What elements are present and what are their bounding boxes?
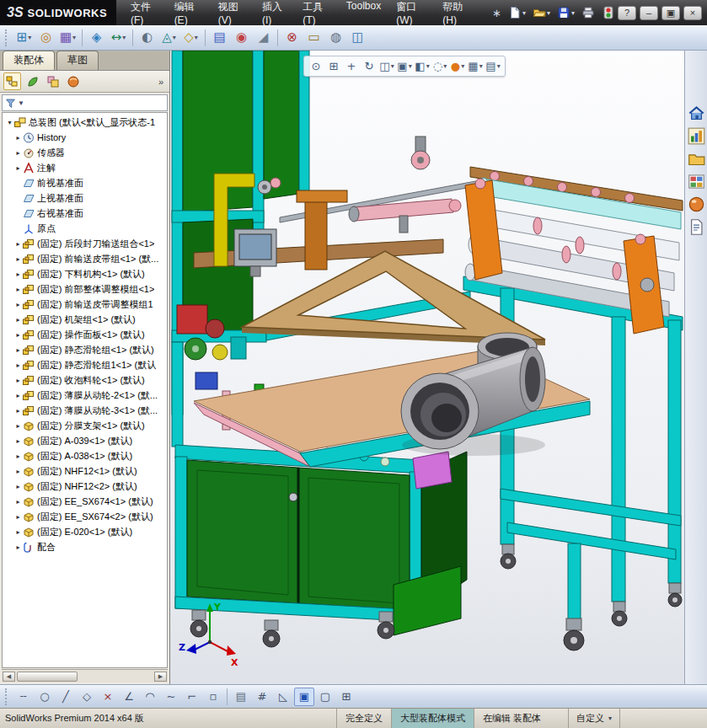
- tree-item-18[interactable]: ▸(固定) 薄膜从动轮-2<1> (默...: [3, 388, 167, 403]
- expand-icon[interactable]: ▸: [13, 301, 23, 308]
- panel-more-button[interactable]: »: [156, 77, 166, 87]
- tree-item-2[interactable]: ▸传感器: [3, 145, 167, 160]
- expand-icon[interactable]: ▸: [13, 316, 23, 324]
- save-document-button[interactable]: ▾: [554, 4, 577, 21]
- tree-item-5[interactable]: 上视基准面: [3, 190, 167, 206]
- expand-icon[interactable]: ▸: [13, 286, 23, 293]
- tree-item-3[interactable]: ▸注解: [3, 160, 167, 175]
- toolbar-grip[interactable]: [5, 688, 8, 705]
- centerline-button[interactable]: ╌: [13, 688, 34, 706]
- mass-properties-button[interactable]: ◍: [325, 28, 346, 48]
- expand-icon[interactable]: ▸: [13, 407, 23, 415]
- expand-icon[interactable]: ▸: [13, 240, 23, 248]
- expand-icon[interactable]: ▸: [13, 392, 23, 399]
- collapse-icon[interactable]: ▾: [5, 119, 14, 126]
- tree-item-23[interactable]: ▸(固定) NHF12<1> (默认): [3, 463, 167, 479]
- zoom-fit-button[interactable]: ⊙: [308, 57, 324, 75]
- tree-item-12[interactable]: ▸(固定) 前输送皮带调整模组1: [3, 297, 167, 312]
- print-document-button[interactable]: [579, 4, 597, 21]
- expand-icon[interactable]: ▸: [13, 149, 23, 157]
- expand-icon[interactable]: ▸: [13, 528, 23, 536]
- close-button[interactable]: ×: [683, 6, 702, 20]
- apply-scene-button[interactable]: ▦▾: [467, 57, 484, 75]
- tree-item-8[interactable]: ▸(固定) 后段封刀输送组合<1>: [3, 236, 167, 251]
- expand-icon[interactable]: ▸: [13, 422, 23, 430]
- bill-of-materials-button[interactable]: ▤: [209, 28, 230, 48]
- sketch-fillet-button[interactable]: ∠: [119, 688, 139, 706]
- search-button[interactable]: ∗: [490, 6, 504, 20]
- tree-item-26[interactable]: ▸(固定) EE_SX674<2> (默认): [3, 509, 167, 524]
- hide-show-items-button[interactable]: ◌▾: [431, 57, 448, 75]
- section-view-button[interactable]: ◫▾: [378, 57, 395, 75]
- erase-button[interactable]: ▤: [231, 688, 251, 706]
- custom-properties-tab[interactable]: [688, 218, 705, 236]
- scroll-left-button[interactable]: ◀: [3, 672, 15, 682]
- grid-snap-button[interactable]: #: [252, 688, 272, 706]
- expand-icon[interactable]: ▸: [13, 331, 23, 339]
- propertymanager-tab[interactable]: [24, 72, 41, 90]
- design-library-tab[interactable]: [688, 127, 705, 145]
- scrollbar-thumb[interactable]: [17, 672, 78, 682]
- tree-item-11[interactable]: ▸(固定) 前部整体调整模组<1>: [3, 281, 167, 297]
- circle-button[interactable]: ○: [35, 688, 55, 706]
- reference-geometry-button[interactable]: ◇▾: [180, 28, 201, 48]
- spline-button[interactable]: ~: [161, 688, 181, 706]
- tree-item-16[interactable]: ▸(固定) 静态滑轮组1<1> (默认: [3, 357, 167, 372]
- tree-item-13[interactable]: ▸(固定) 机架组<1> (默认): [3, 312, 167, 327]
- assembly-features-button[interactable]: ◬▾: [158, 28, 179, 48]
- plane-display-button[interactable]: ▢: [315, 688, 335, 706]
- view-settings-button[interactable]: ▤▾: [485, 57, 501, 75]
- tree-item-24[interactable]: ▸(固定) NHF12<2> (默认): [3, 479, 167, 494]
- tree-item-28[interactable]: ▸配合: [3, 539, 167, 554]
- tree-item-22[interactable]: ▸(固定) A-038<1> (默认): [3, 448, 167, 463]
- point-button[interactable]: ▫: [203, 688, 223, 706]
- displaymanager-tab[interactable]: [64, 72, 82, 90]
- arc-button[interactable]: ◠: [140, 688, 160, 706]
- view-orientation-button[interactable]: ▣▾: [396, 57, 413, 75]
- tree-item-27[interactable]: ▸(固定) E-020<1> (默认): [3, 524, 167, 539]
- view-palette-tab[interactable]: [688, 173, 705, 190]
- tree-hscrollbar[interactable]: ◀ ▶: [2, 669, 168, 682]
- tree-item-20[interactable]: ▸(固定) 分膜支架<1> (默认): [3, 418, 167, 433]
- expand-icon[interactable]: ▸: [13, 543, 23, 551]
- new-document-button[interactable]: ▾: [506, 4, 528, 21]
- pan-button[interactable]: +: [343, 57, 360, 75]
- tree-item-root[interactable]: ▾总装图 (默认<默认_显示状态-1: [3, 115, 167, 130]
- linear-component-pattern-button[interactable]: ▦▾: [57, 28, 78, 48]
- smart-fasteners-button[interactable]: ◈: [86, 28, 107, 48]
- mate-button[interactable]: ◎: [35, 28, 56, 48]
- expand-icon[interactable]: ▸: [13, 346, 23, 354]
- appearances-scenes-tab[interactable]: [688, 195, 705, 213]
- trim-entities-button[interactable]: ×: [98, 688, 118, 706]
- tree-item-10[interactable]: ▸(固定) 下料机构<1> (默认): [3, 266, 167, 281]
- expand-icon[interactable]: ▸: [13, 513, 23, 521]
- measure-button[interactable]: ▭: [303, 28, 324, 48]
- help-button[interactable]: ?: [618, 6, 636, 20]
- corner-rectangle-button[interactable]: ⌐: [182, 688, 202, 706]
- display-style-button[interactable]: ◧▾: [414, 57, 431, 75]
- scroll-right-button[interactable]: ▶: [154, 672, 167, 682]
- section-view-tool-button[interactable]: ◫: [347, 28, 368, 48]
- status-custom-dropdown[interactable]: 自定义 ▾: [568, 709, 619, 728]
- configurationmanager-tab[interactable]: [44, 72, 62, 90]
- line-button[interactable]: ╱: [56, 688, 76, 706]
- tree-item-4[interactable]: 前视基准面: [3, 175, 167, 190]
- explode-line-sketch-button[interactable]: ◢: [253, 28, 274, 48]
- rotate-view-button[interactable]: ↻: [361, 57, 378, 75]
- tree-item-19[interactable]: ▸(固定) 薄膜从动轮-3<1> (默...: [3, 403, 167, 418]
- shaded-sketch-button[interactable]: ▣: [294, 688, 314, 706]
- tree-item-25[interactable]: ▸(固定) EE_SX674<1> (默认): [3, 494, 167, 509]
- edit-appearance-button[interactable]: ●▾: [449, 57, 466, 75]
- open-document-button[interactable]: ▾: [530, 4, 553, 21]
- file-explorer-tab[interactable]: [688, 150, 705, 168]
- tree-item-7[interactable]: 原点: [3, 221, 167, 236]
- minimize-button[interactable]: –: [640, 6, 658, 20]
- expand-icon[interactable]: ▸: [13, 377, 23, 384]
- polygon-button[interactable]: ◇: [77, 688, 97, 706]
- triangle-tool-button[interactable]: ◺: [273, 688, 293, 706]
- tab-sketch[interactable]: 草图: [56, 51, 99, 70]
- solidworks-resources-tab[interactable]: [688, 104, 705, 122]
- expand-icon[interactable]: ▸: [13, 498, 23, 506]
- tree-item-9[interactable]: ▸(固定) 前输送皮带组<1> (默...: [3, 251, 167, 266]
- tab-assembly[interactable]: 装配体: [3, 51, 55, 70]
